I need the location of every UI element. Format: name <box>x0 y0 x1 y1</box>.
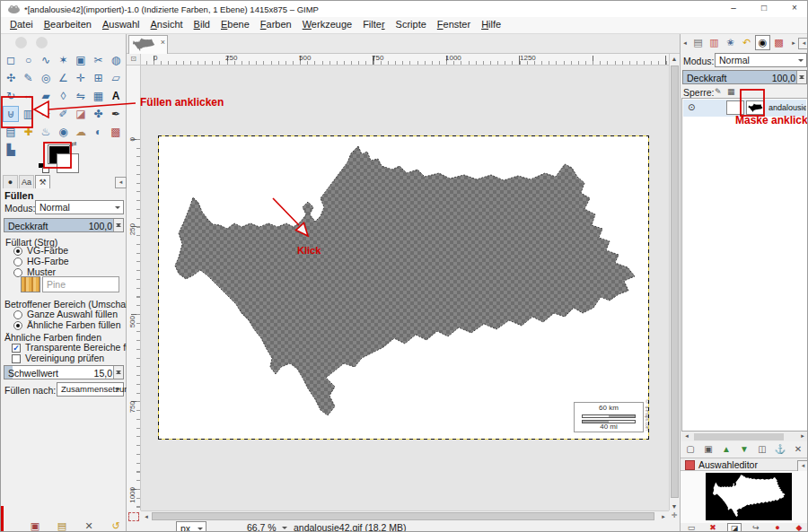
menu-bild[interactable]: Bild <box>189 17 215 34</box>
panel-menu-button[interactable]: ◂ <box>798 38 808 49</box>
free-select-tool[interactable]: ∿ <box>38 52 54 68</box>
scroll-down-icon[interactable]: ▼ <box>670 503 679 510</box>
checkbox-transparente[interactable]: ✓ <box>12 344 21 353</box>
vertical-ruler[interactable]: 02505007501000 <box>127 65 141 510</box>
perspective-tool[interactable]: ◊ <box>56 88 72 104</box>
select-by-color-tool[interactable]: ▣ <box>73 52 89 68</box>
horizontal-ruler[interactable]: 025050075010001250 <box>141 54 669 65</box>
pencil-tool[interactable]: ✏ <box>38 106 54 122</box>
scroll-left-icon[interactable]: ◂ <box>142 513 151 520</box>
fuzzy-select-tool[interactable]: ✶ <box>56 52 72 68</box>
maximize-button[interactable]: □ <box>750 1 778 15</box>
layer-mask-thumbnail[interactable] <box>746 100 764 115</box>
align-tool[interactable]: ⊞ <box>91 70 107 86</box>
ellipse-select-tool[interactable]: ○ <box>21 52 37 68</box>
layer-opacity-slider[interactable]: Deckkraft 100,0 <box>682 70 807 84</box>
layer-list[interactable]: ⊙ andalousie42.g <box>681 98 808 432</box>
navigation-button[interactable]: ✛ <box>669 510 680 521</box>
tab-layers[interactable]: ▤ <box>690 35 706 50</box>
tabs-scroll-right-icon[interactable]: ▸ <box>789 39 798 47</box>
menu-ansicht[interactable]: Ansicht <box>145 17 189 34</box>
tab-fonts[interactable]: Aa <box>19 175 34 188</box>
selection-preview[interactable] <box>706 473 792 520</box>
blur-sharpen-tool[interactable]: ◉ <box>56 124 72 140</box>
tab-colors[interactable]: ▩ <box>771 35 786 50</box>
tab-tool-options[interactable]: ⚒ <box>35 175 50 188</box>
selection-editor-header[interactable]: Auswahleditor ◂ <box>681 458 808 471</box>
checkbox-vereinigung[interactable] <box>12 354 21 363</box>
crop-tool[interactable]: ▱ <box>108 70 124 86</box>
color-picker-tool[interactable]: ✎ <box>21 70 37 86</box>
opacity-slider[interactable]: Deckkraft 100,0 <box>4 218 124 232</box>
unit-dropdown[interactable]: px <box>176 521 206 532</box>
cage-transform-tool[interactable]: ▦ <box>91 88 107 104</box>
menu-datei[interactable]: Datei <box>4 17 39 34</box>
select-all-button[interactable]: ▭ <box>684 523 698 532</box>
menu-ebene[interactable]: Ebene <box>215 17 255 34</box>
paths-tool[interactable]: ✣ <box>3 70 19 86</box>
canvas-viewport[interactable]: 60 km 40 mi © d-maps.com <box>141 65 669 510</box>
menu-filter[interactable]: Filter <box>357 17 390 34</box>
radio-vg-farbe[interactable] <box>13 247 22 256</box>
visibility-eye-icon[interactable]: ⊙ <box>688 102 695 112</box>
shear-tool[interactable]: ▰ <box>38 88 54 104</box>
stroke-selection-button[interactable]: ◆ <box>792 523 806 532</box>
ruler-corner-button[interactable]: ⊡ <box>127 54 141 65</box>
tab-selection-editor[interactable]: ◉ <box>755 35 770 50</box>
paintbrush-tool[interactable]: ✐ <box>56 106 72 122</box>
move-tool[interactable]: ✛ <box>73 70 89 86</box>
vertical-scrollbar[interactable]: ▲ ▼ <box>669 54 680 510</box>
restore-options-button[interactable]: ▤ <box>55 519 69 532</box>
pattern-name-entry[interactable]: Pine <box>42 276 119 292</box>
layer-thumbnail[interactable] <box>726 100 744 115</box>
scroll-left-icon[interactable]: ◂ <box>682 432 691 440</box>
airbrush-tool[interactable]: ✤ <box>91 106 107 122</box>
heal-tool[interactable]: ✚ <box>21 124 37 140</box>
scroll-right-icon[interactable]: ▸ <box>659 513 668 520</box>
scissors-select-tool[interactable]: ✂ <box>91 52 107 68</box>
save-options-button[interactable]: ▣ <box>28 519 42 532</box>
menu-fenster[interactable]: Fenster <box>432 17 476 34</box>
tab-brushes[interactable]: ● <box>3 175 18 188</box>
smudge-tool[interactable]: ☁ <box>73 124 89 140</box>
tab-undo-history[interactable]: ↶ <box>739 35 754 50</box>
mode-dropdown[interactable]: Normal <box>35 200 124 214</box>
image-tab[interactable]: × <box>128 35 168 54</box>
delete-layer-button[interactable]: ✕ <box>790 442 806 456</box>
menu-scripte[interactable]: Scripte <box>391 17 432 34</box>
foreground-select-tool[interactable]: ◍ <box>108 52 124 68</box>
menu-werkzeuge[interactable]: Werkzeuge <box>297 17 357 34</box>
menu-farben[interactable]: Farben <box>255 17 297 34</box>
lock-alpha-icon[interactable]: ▦ <box>727 87 735 96</box>
gradient-tool[interactable]: ▥ <box>21 106 37 122</box>
duplicate-layer-button[interactable]: ◫ <box>754 442 770 456</box>
delete-options-button[interactable]: ✕ <box>82 519 96 532</box>
zoom-tool[interactable]: ◎ <box>38 70 54 86</box>
lock-pixels-icon[interactable]: ✎ <box>715 87 722 96</box>
background-color-swatch[interactable] <box>57 153 79 173</box>
new-group-button[interactable]: ▣ <box>700 442 716 456</box>
select-none-button[interactable]: ✖ <box>706 523 720 532</box>
minimize-button[interactable]: – <box>719 1 748 15</box>
raise-layer-button[interactable]: ▲ <box>718 442 734 456</box>
rotate-tool[interactable]: ↻ <box>3 88 19 104</box>
dodge-burn-tool[interactable]: ◐ <box>91 124 107 140</box>
horizontal-scrollbar[interactable]: ◂ ▸ <box>141 510 669 521</box>
image-page[interactable]: 60 km 40 mi © d-maps.com <box>159 136 648 439</box>
quick-mask-toggle[interactable] <box>128 512 139 521</box>
new-layer-button[interactable]: ▢ <box>682 442 698 456</box>
layer-row[interactable]: ⊙ andalousie42.g <box>683 100 806 117</box>
text-tool[interactable]: A <box>108 88 124 104</box>
layer-mode-dropdown[interactable]: Normal <box>715 53 807 67</box>
pattern-swatch[interactable] <box>21 276 40 292</box>
perspective-clone-tool[interactable]: ♨ <box>38 124 54 140</box>
scroll-right-icon[interactable]: ▸ <box>798 432 807 440</box>
fill-by-dropdown[interactable]: Zusammensetzung <box>57 382 124 397</box>
radio-hg-farbe[interactable] <box>13 257 22 266</box>
tab-channels[interactable]: ▥ <box>707 35 722 50</box>
menu-hilfe[interactable]: Hilfe <box>476 17 506 34</box>
default-colors-icon[interactable] <box>39 163 48 172</box>
vertical-scroll-thumb[interactable] <box>671 65 679 498</box>
horizontal-scroll-thumb[interactable] <box>152 512 654 520</box>
ink-tool[interactable]: ✒ <box>108 106 124 122</box>
